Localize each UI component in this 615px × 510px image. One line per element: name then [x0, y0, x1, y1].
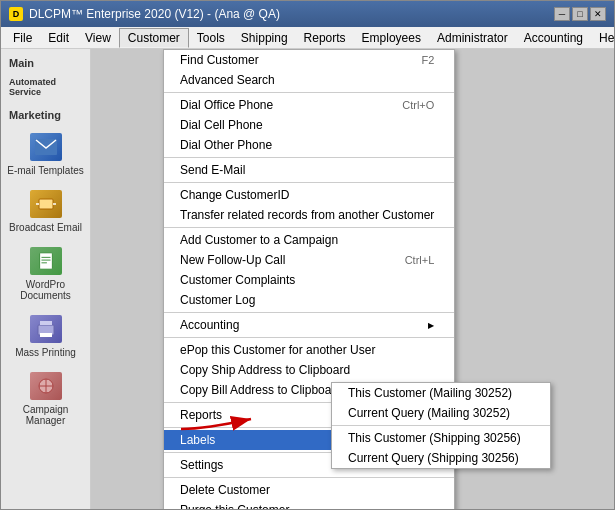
window-controls: ─ □ ✕ [554, 7, 606, 21]
menu-transfer-records[interactable]: Transfer related records from another Cu… [164, 205, 454, 225]
menu-send-email[interactable]: Send E-Mail [164, 160, 454, 180]
menu-customer-log[interactable]: Customer Log [164, 290, 454, 310]
sidebar-section-marketing: Marketing [1, 105, 90, 125]
svg-rect-9 [40, 321, 52, 325]
menu-find-customer[interactable]: Find Customer F2 [164, 50, 454, 70]
minimize-button[interactable]: ─ [554, 7, 570, 21]
menu-epop[interactable]: ePop this Customer for another User [164, 340, 454, 360]
menu-change-customerid[interactable]: Change CustomerID [164, 185, 454, 205]
menu-reports[interactable]: Reports [296, 29, 354, 47]
separator-2 [164, 157, 454, 158]
sidebar: Main Automated Service Marketing E-mail … [1, 49, 91, 509]
title-bar-left: D DLCPM™ Enterprise 2020 (V12) - (Ana @ … [9, 7, 280, 21]
separator-3 [164, 182, 454, 183]
maximize-button[interactable]: □ [572, 7, 588, 21]
menu-shipping[interactable]: Shipping [233, 29, 296, 47]
menu-view[interactable]: View [77, 29, 119, 47]
menu-dial-other[interactable]: Dial Other Phone [164, 135, 454, 155]
menu-customer[interactable]: Customer [119, 28, 189, 48]
menu-complaints[interactable]: Customer Complaints [164, 270, 454, 290]
menu-file[interactable]: File [5, 29, 40, 47]
separator-4 [164, 227, 454, 228]
menu-edit[interactable]: Edit [40, 29, 77, 47]
menu-employees[interactable]: Employees [354, 29, 429, 47]
email-templates-label: E-mail Templates [7, 165, 84, 176]
sidebar-item-broadcast-email[interactable]: Broadcast Email [1, 182, 90, 239]
wordpro-icon [30, 245, 62, 277]
label-separator [332, 425, 550, 426]
sidebar-section-main: Main [1, 53, 90, 73]
broadcast-email-label: Broadcast Email [9, 222, 82, 233]
svg-rect-1 [39, 199, 53, 209]
menu-copy-ship[interactable]: Copy Ship Address to Clipboard [164, 360, 454, 380]
label-query-mailing[interactable]: Current Query (Mailing 30252) [332, 403, 550, 423]
sidebar-item-email-templates[interactable]: E-mail Templates [1, 125, 90, 182]
menu-bar: File Edit View Customer Tools Shipping R… [1, 27, 614, 49]
menu-new-followup[interactable]: New Follow-Up Call Ctrl+L [164, 250, 454, 270]
close-button[interactable]: ✕ [590, 7, 606, 21]
separator-6 [164, 337, 454, 338]
label-this-shipping[interactable]: This Customer (Shipping 30256) [332, 428, 550, 448]
separator-10 [164, 477, 454, 478]
sidebar-item-mass-printing[interactable]: Mass Printing [1, 307, 90, 364]
app-icon: D [9, 7, 23, 21]
campaign-manager-icon [30, 370, 62, 402]
mass-printing-label: Mass Printing [15, 347, 76, 358]
window-title: DLCPM™ Enterprise 2020 (V12) - (Ana @ QA… [29, 7, 280, 21]
menu-accounting-sub[interactable]: Accounting ▶ [164, 315, 454, 335]
menu-dial-cell[interactable]: Dial Cell Phone [164, 115, 454, 135]
title-bar: D DLCPM™ Enterprise 2020 (V12) - (Ana @ … [1, 1, 614, 27]
main-content: Main Automated Service Marketing E-mail … [1, 49, 614, 509]
mass-printing-icon [30, 313, 62, 345]
menu-delete-customer[interactable]: Delete Customer [164, 480, 454, 500]
main-window: D DLCPM™ Enterprise 2020 (V12) - (Ana @ … [0, 0, 615, 510]
campaign-manager-label: Campaign Manager [5, 404, 86, 426]
menu-tools[interactable]: Tools [189, 29, 233, 47]
svg-rect-10 [40, 333, 52, 337]
sidebar-section-automated: Automated Service [1, 73, 90, 101]
menu-purge-customer[interactable]: Purge this Customer [164, 500, 454, 509]
work-area: Find Customer F2 Advanced Search Dial Of… [91, 49, 614, 509]
menu-accounting[interactable]: Accounting [516, 29, 591, 47]
menu-dial-office[interactable]: Dial Office Phone Ctrl+O [164, 95, 454, 115]
separator-5 [164, 312, 454, 313]
sidebar-item-campaign-manager[interactable]: Campaign Manager [1, 364, 90, 432]
sidebar-item-wordpro[interactable]: WordPro Documents [1, 239, 90, 307]
label-query-shipping[interactable]: Current Query (Shipping 30256) [332, 448, 550, 468]
wordpro-label: WordPro Documents [5, 279, 86, 301]
label-this-mailing[interactable]: This Customer (Mailing 30252) [332, 383, 550, 403]
separator-1 [164, 92, 454, 93]
labels-submenu: This Customer (Mailing 30252) Current Qu… [331, 382, 551, 469]
broadcast-icon [30, 188, 62, 220]
menu-advanced-search[interactable]: Advanced Search [164, 70, 454, 90]
svg-rect-4 [39, 253, 52, 269]
menu-help[interactable]: Help [591, 29, 615, 47]
menu-add-campaign[interactable]: Add Customer to a Campaign [164, 230, 454, 250]
email-templates-icon [30, 131, 62, 163]
menu-administrator[interactable]: Administrator [429, 29, 516, 47]
